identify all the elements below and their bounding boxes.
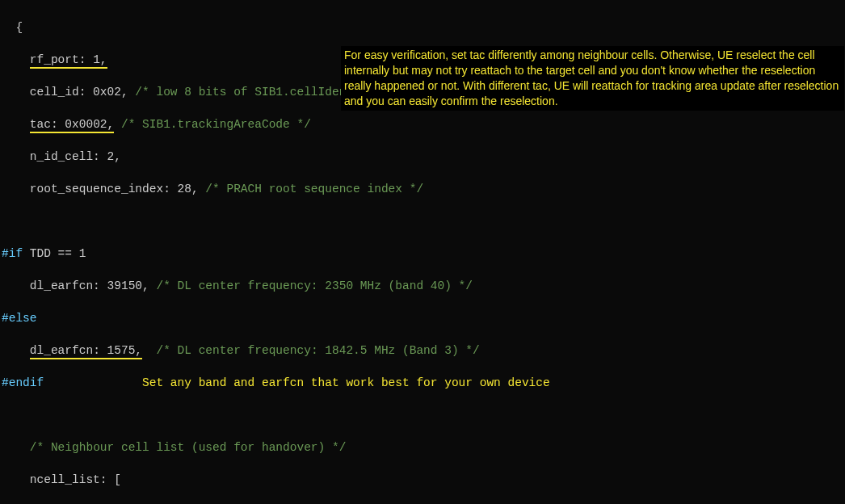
code-line: dl_earfcn: 1575, /* DL center frequency:… — [2, 342, 845, 359]
highlight-dl-earfcn: dl_earfcn: 1575, — [30, 344, 142, 359]
code-text: cell_id: 0x02, — [2, 86, 135, 99]
code-line: #if TDD == 1 — [2, 246, 845, 262]
code-line: n_id_cell: 2, — [2, 149, 845, 165]
preprocessor-endif: #endif — [2, 376, 44, 389]
comment: /* DL center frequency: 2350 MHz (band 4… — [156, 279, 473, 292]
comment: /* SIB1.trackingAreaCode */ — [114, 118, 311, 131]
annotation-box: For easy verification, set tac different… — [341, 46, 844, 111]
code-text: dl_earfcn: 39150, — [2, 279, 156, 292]
code-line: { — [2, 19, 845, 36]
code-line: dl_earfcn: 39150, /* DL center frequency… — [2, 278, 845, 294]
code-line: #endif Set any band and earfcn that work… — [2, 375, 845, 391]
annotation-inline: Set any band and earfcn that work best f… — [44, 376, 550, 389]
code-text: TDD == 1 — [23, 247, 86, 260]
code-line: ncell_list: [ — [2, 472, 845, 488]
comment: /* PRACH root sequence index */ — [205, 183, 423, 195]
code-text: root_sequence_index: 28, — [2, 183, 205, 195]
code-line: tac: 0x0002, /* SIB1.trackingAreaCode */ — [2, 116, 845, 132]
preprocessor-else: #else — [2, 312, 37, 325]
indent — [2, 53, 30, 66]
indent — [2, 118, 30, 131]
highlight-rf-port: rf_port: 1, — [30, 53, 107, 69]
indent — [2, 441, 30, 454]
code-line — [2, 407, 845, 423]
code-line: root_sequence_index: 28, /* PRACH root s… — [2, 181, 845, 197]
comment: /* DL center frequency: 1842.5 MHz (Band… — [142, 344, 480, 357]
indent — [2, 344, 30, 357]
code-line: /* Neighbour cell list (used for handove… — [2, 439, 845, 456]
code-line — [2, 213, 845, 229]
highlight-tac: tac: 0x0002, — [30, 118, 114, 133]
code-line: #else — [2, 310, 845, 326]
preprocessor-if: #if — [2, 247, 23, 260]
comment: /* Neighbour cell list (used for handove… — [30, 441, 347, 454]
